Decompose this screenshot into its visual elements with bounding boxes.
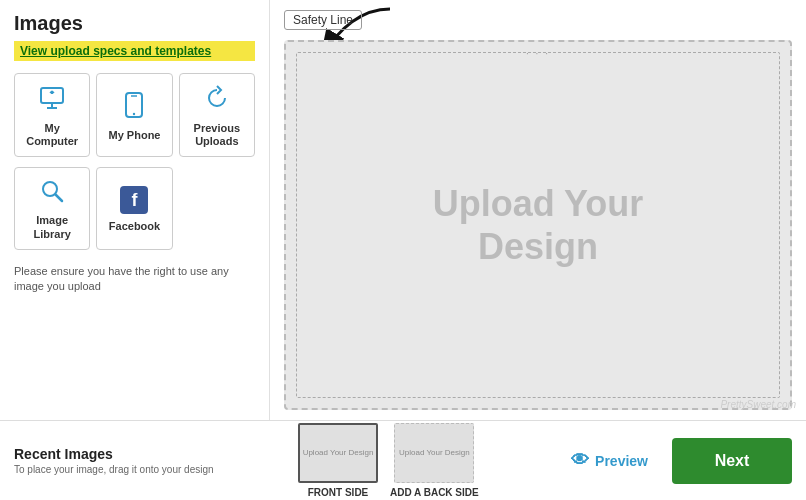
bottom-right: Upload Your Design FRONT SIDE Upload You… bbox=[298, 423, 792, 498]
right-panel: Safety Line · · · Upload Your Design Pre… bbox=[270, 0, 806, 420]
previous-uploads-label: Previous Uploads bbox=[186, 122, 248, 148]
content-area: Images View upload specs and templates bbox=[0, 0, 806, 420]
front-side-container: Upload Your Design FRONT SIDE bbox=[298, 423, 378, 498]
source-facebook[interactable]: f Facebook bbox=[96, 167, 172, 249]
next-button[interactable]: Next bbox=[672, 438, 792, 484]
back-side-thumbnail[interactable]: Upload Your Design bbox=[394, 423, 474, 483]
upload-specs-link[interactable]: View upload specs and templates bbox=[14, 41, 255, 61]
svg-line-11 bbox=[56, 195, 63, 202]
source-grid-top: My Computer My Phone bbox=[14, 73, 255, 157]
disclaimer-text: Please ensure you have the right to use … bbox=[14, 264, 255, 295]
eye-icon bbox=[571, 450, 589, 471]
canvas-area[interactable]: · · · Upload Your Design bbox=[284, 40, 792, 410]
previous-uploads-icon bbox=[203, 84, 231, 116]
safety-line-badge: Safety Line bbox=[284, 10, 362, 30]
image-library-label: Image Library bbox=[21, 214, 83, 240]
left-panel: Images View upload specs and templates bbox=[0, 0, 270, 420]
bottom-left: Recent Images To place your image, drag … bbox=[14, 446, 284, 475]
image-library-icon bbox=[39, 178, 65, 208]
preview-button[interactable]: Preview bbox=[559, 442, 660, 479]
safety-line-container: Safety Line bbox=[284, 10, 792, 30]
preview-label: Preview bbox=[595, 453, 648, 469]
source-previous-uploads[interactable]: Previous Uploads bbox=[179, 73, 255, 157]
images-title: Images bbox=[14, 12, 255, 35]
svg-rect-1 bbox=[41, 88, 63, 103]
source-image-library[interactable]: Image Library bbox=[14, 167, 90, 249]
bottom-bar: Recent Images To place your image, drag … bbox=[0, 420, 806, 500]
my-phone-label: My Phone bbox=[109, 129, 161, 142]
watermark: PrettySweet.com bbox=[720, 399, 796, 410]
source-my-phone[interactable]: My Phone bbox=[96, 73, 172, 157]
recent-images-sub: To place your image, drag it onto your d… bbox=[14, 464, 284, 475]
back-side-label: ADD A BACK SIDE bbox=[390, 487, 479, 498]
front-side-label: FRONT SIDE bbox=[308, 487, 369, 498]
my-computer-label: My Computer bbox=[21, 122, 83, 148]
main-container: Images View upload specs and templates bbox=[0, 0, 806, 500]
back-side-container: Upload Your Design ADD A BACK SIDE bbox=[390, 423, 479, 498]
front-side-thumbnail[interactable]: Upload Your Design bbox=[298, 423, 378, 483]
svg-point-8 bbox=[133, 112, 135, 114]
recent-images-title: Recent Images bbox=[14, 446, 284, 462]
facebook-label: Facebook bbox=[109, 220, 160, 233]
canvas-upload-text: Upload Your Design bbox=[433, 182, 644, 268]
source-my-computer[interactable]: My Computer bbox=[14, 73, 90, 157]
front-thumb-text: Upload Your Design bbox=[303, 448, 374, 458]
source-grid-bottom: Image Library f Facebook bbox=[14, 167, 255, 249]
back-thumb-text: Upload Your Design bbox=[399, 448, 470, 458]
facebook-icon: f bbox=[120, 186, 148, 214]
phone-icon bbox=[123, 91, 145, 123]
computer-icon bbox=[38, 84, 66, 116]
